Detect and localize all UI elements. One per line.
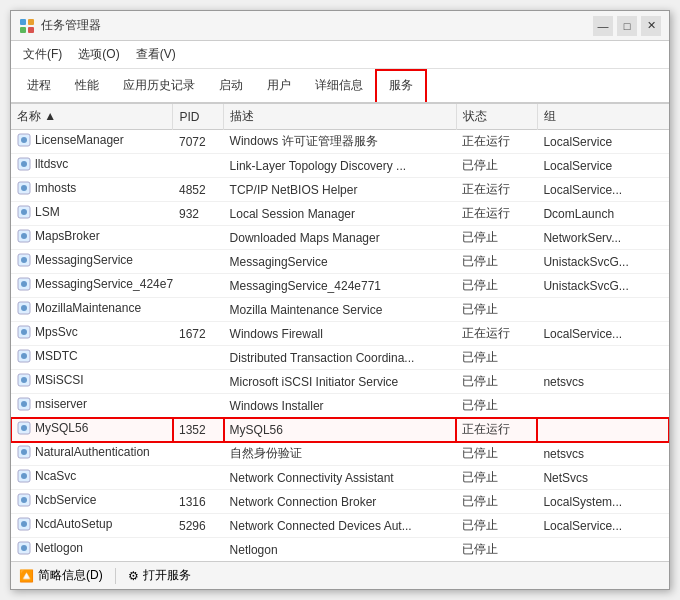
services-table: 名称 ▲ PID 描述 状态 组 LicenseManager7072Windo…: [11, 104, 669, 561]
service-desc-cell: Downloaded Maps Manager: [224, 226, 457, 250]
table-row[interactable]: MessagingServiceMessagingService已停止Unist…: [11, 250, 669, 274]
menu-item-o[interactable]: 选项(O): [70, 43, 127, 66]
service-status-cell: 已停止: [456, 250, 537, 274]
svg-point-37: [21, 521, 27, 527]
table-row[interactable]: MpsSvc1672Windows Firewall正在运行LocalServi…: [11, 322, 669, 346]
table-row[interactable]: lmhosts4852TCP/IP NetBIOS Helper正在运行Loca…: [11, 178, 669, 202]
service-name-cell: NcbService: [11, 490, 173, 514]
service-desc-cell: Local Session Manager: [224, 202, 457, 226]
service-group-cell: [537, 298, 669, 322]
service-desc-cell: Link-Layer Topology Discovery ...: [224, 154, 457, 178]
table-row[interactable]: NcaSvcNetwork Connectivity Assistant已停止N…: [11, 466, 669, 490]
maximize-button[interactable]: □: [617, 16, 637, 36]
service-group-cell: [537, 418, 669, 442]
service-status-cell: 正在运行: [456, 130, 537, 154]
col-header-desc[interactable]: 描述: [224, 104, 457, 130]
service-name-cell: msiserver: [11, 394, 173, 418]
menu-item-f[interactable]: 文件(F): [15, 43, 70, 66]
svg-point-23: [21, 353, 27, 359]
tab-应用历史记录[interactable]: 应用历史记录: [111, 69, 207, 102]
menu-item-v[interactable]: 查看(V): [128, 43, 184, 66]
tab-进程[interactable]: 进程: [15, 69, 63, 102]
service-desc-cell: MessagingService_424e771: [224, 274, 457, 298]
service-desc-cell: 自然身份验证: [224, 442, 457, 466]
col-header-group[interactable]: 组: [537, 104, 669, 130]
minimize-button[interactable]: —: [593, 16, 613, 36]
service-pid-cell: 1352: [173, 418, 224, 442]
service-group-cell: netsvcs: [537, 370, 669, 394]
task-manager-window: 任务管理器 — □ ✕ 文件(F)选项(O)查看(V) 进程性能应用历史记录启动…: [10, 10, 670, 590]
service-status-cell: 已停止: [456, 394, 537, 418]
tab-性能[interactable]: 性能: [63, 69, 111, 102]
service-desc-cell: Distributed Transaction Coordina...: [224, 346, 457, 370]
service-name-cell: MozillaMaintenance: [11, 298, 173, 322]
service-name-cell: MpsSvc: [11, 322, 173, 346]
table-row[interactable]: LSM932Local Session Manager正在运行DcomLaunc…: [11, 202, 669, 226]
service-name-cell: MapsBroker: [11, 226, 173, 250]
open-services-section[interactable]: ⚙ 打开服务: [128, 567, 191, 584]
brief-info-label[interactable]: 简略信息(D): [38, 567, 103, 584]
svg-point-9: [21, 185, 27, 191]
service-group-cell: UnistackSvcG...: [537, 274, 669, 298]
service-name-cell: LSM: [11, 202, 173, 226]
tab-用户[interactable]: 用户: [255, 69, 303, 102]
svg-point-33: [21, 473, 27, 479]
window-controls: — □ ✕: [593, 16, 661, 36]
svg-point-35: [21, 497, 27, 503]
col-header-name[interactable]: 名称 ▲: [11, 104, 173, 130]
col-header-pid[interactable]: PID: [173, 104, 224, 130]
service-group-cell: [537, 538, 669, 562]
table-row[interactable]: NetlogonNetlogon已停止: [11, 538, 669, 562]
service-name-cell: MSDTC: [11, 346, 173, 370]
brief-info-section[interactable]: 🔼 简略信息(D): [19, 567, 103, 584]
svg-point-17: [21, 281, 27, 287]
service-desc-cell: Windows Firewall: [224, 322, 457, 346]
table-row[interactable]: LicenseManager7072Windows 许可证管理器服务正在运行Lo…: [11, 130, 669, 154]
table-row[interactable]: MSDTCDistributed Transaction Coordina...…: [11, 346, 669, 370]
service-desc-cell: Netlogon: [224, 538, 457, 562]
service-status-cell: 已停止: [456, 466, 537, 490]
service-status-cell: 已停止: [456, 346, 537, 370]
table-row[interactable]: lltdsvcLink-Layer Topology Discovery ...…: [11, 154, 669, 178]
service-pid-cell: [173, 442, 224, 466]
svg-point-31: [21, 449, 27, 455]
tab-服务[interactable]: 服务: [375, 69, 427, 102]
tab-启动[interactable]: 启动: [207, 69, 255, 102]
service-status-cell: 已停止: [456, 298, 537, 322]
service-group-cell: LocalService: [537, 154, 669, 178]
service-status-cell: 已停止: [456, 514, 537, 538]
table-row[interactable]: MSiSCSIMicrosoft iSCSI Initiator Service…: [11, 370, 669, 394]
service-desc-cell: Network Connection Broker: [224, 490, 457, 514]
table-row[interactable]: MozillaMaintenanceMozilla Maintenance Se…: [11, 298, 669, 322]
table-row[interactable]: MapsBrokerDownloaded Maps Manager已停止Netw…: [11, 226, 669, 250]
open-services-label[interactable]: 打开服务: [143, 567, 191, 584]
col-header-status[interactable]: 状态: [456, 104, 537, 130]
services-table-container[interactable]: 名称 ▲ PID 描述 状态 组 LicenseManager7072Windo…: [11, 104, 669, 561]
service-status-cell: 已停止: [456, 226, 537, 250]
service-pid-cell: 7072: [173, 130, 224, 154]
svg-point-21: [21, 329, 27, 335]
close-button[interactable]: ✕: [641, 16, 661, 36]
service-group-cell: LocalService...: [537, 178, 669, 202]
service-desc-cell: MessagingService: [224, 250, 457, 274]
title-bar-left: 任务管理器: [19, 17, 101, 34]
table-row[interactable]: NcbService1316Network Connection Broker已…: [11, 490, 669, 514]
table-row[interactable]: NcdAutoSetup5296Network Connected Device…: [11, 514, 669, 538]
service-name-cell: lltdsvc: [11, 154, 173, 178]
svg-point-7: [21, 161, 27, 167]
tab-详细信息[interactable]: 详细信息: [303, 69, 375, 102]
table-row[interactable]: MessagingService_424e7...MessagingServic…: [11, 274, 669, 298]
service-pid-cell: 1672: [173, 322, 224, 346]
svg-point-19: [21, 305, 27, 311]
service-pid-cell: [173, 250, 224, 274]
service-status-cell: 正在运行: [456, 418, 537, 442]
table-row[interactable]: NaturalAuthentication自然身份验证已停止netsvcs: [11, 442, 669, 466]
table-row[interactable]: MySQL561352MySQL56正在运行: [11, 418, 669, 442]
service-status-cell: 已停止: [456, 442, 537, 466]
service-group-cell: [537, 346, 669, 370]
table-row[interactable]: msiserverWindows Installer已停止: [11, 394, 669, 418]
service-status-cell: 已停止: [456, 154, 537, 178]
svg-rect-3: [28, 27, 34, 33]
service-group-cell: [537, 394, 669, 418]
svg-rect-0: [20, 19, 26, 25]
